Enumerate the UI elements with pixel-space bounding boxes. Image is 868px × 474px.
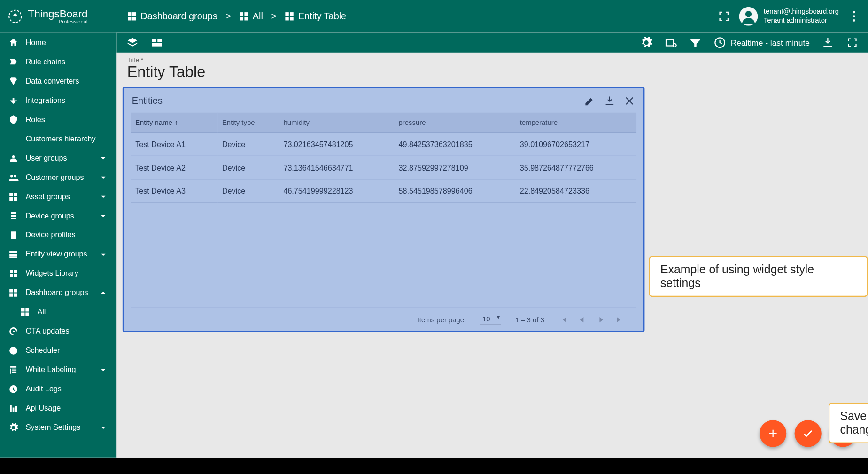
more-icon[interactable] [847,9,861,23]
title-label: Title * [127,56,858,63]
table-row[interactable]: Test Device A1Device73.0216345748120549.… [131,133,636,156]
column-header[interactable]: Entity name↑ [131,113,217,133]
sidebar-item-rule-chains[interactable]: Rule chains [0,52,116,71]
sidebar-item-customer-groups[interactable]: Customer groups [0,167,116,186]
breadcrumb-separator: > [225,11,231,22]
svg-point-10 [673,44,676,47]
sidebar-item-all[interactable]: All [0,302,116,321]
svg-rect-9 [666,39,674,46]
app-header: ThingsBoard Professional Dashboard group… [0,0,868,33]
user-menu[interactable]: tenant@thingsboard.org Tenant administra… [739,7,839,26]
chevron-down-icon [98,365,108,375]
column-header[interactable]: humidity [279,113,394,133]
cell-pressure: 49.842537363201835 [394,133,515,156]
svg-point-4 [853,15,855,17]
chevron-down-icon [98,191,108,202]
download-icon[interactable] [604,95,615,107]
breadcrumb-current[interactable]: Entity Table [285,11,346,22]
sidebar-item-white-labeling[interactable]: White Labeling [0,360,116,379]
cell-type: Device [217,133,279,156]
sidebar-item-dashboard-groups[interactable]: Dashboard groups [0,283,116,302]
nav-icon [20,307,30,317]
title-area: Title * [116,53,868,87]
column-header[interactable]: Entity type [217,113,279,133]
entities-widget[interactable]: Entities Entity name↑Entity typehumidity… [123,87,645,332]
sidebar-item-customers-hierarchy[interactable]: Customers hierarchy [0,129,116,148]
cell-name: Test Device A1 [131,133,217,156]
nav-icon [8,422,18,433]
filter-icon[interactable] [689,36,701,49]
add-widget-button[interactable] [760,420,786,447]
last-page-icon[interactable] [614,314,625,325]
nav-icon [8,326,18,336]
table-row[interactable]: Test Device A2Device73.1364154663477132.… [131,156,636,179]
sidebar-item-system-settings[interactable]: System Settings [0,418,116,437]
breadcrumb-root[interactable]: Dashboard groups [127,11,217,22]
nav-label: Roles [26,115,45,124]
breadcrumb-group[interactable]: All [239,11,263,22]
column-header[interactable]: pressure [394,113,515,133]
nav-label: Api Usage [26,404,61,412]
settings-icon[interactable] [640,36,652,49]
export-icon[interactable] [822,36,834,49]
sidebar-item-device-profiles[interactable]: Device profiles [0,225,116,244]
sidebar: HomeRule chainsData convertersIntegratio… [0,33,116,458]
nav-label: Device groups [26,211,74,220]
title-input[interactable] [127,63,317,81]
sidebar-item-audit-logs[interactable]: Audit Logs [0,379,116,398]
nav-label: Integrations [26,96,65,105]
edit-icon[interactable] [584,95,596,107]
sidebar-item-home[interactable]: Home [0,33,116,52]
chevron-up-icon [98,288,108,298]
sidebar-item-user-groups[interactable]: User groups [0,148,116,167]
close-icon[interactable] [624,95,636,107]
sidebar-item-entity-view-groups[interactable]: Entity view groups [0,244,116,264]
fullscreen-icon[interactable] [846,36,859,49]
chevron-down-icon [98,153,108,163]
sort-arrow-icon: ↑ [175,118,178,126]
sidebar-item-integrations[interactable]: Integrations [0,91,116,110]
sidebar-item-data-converters[interactable]: Data converters [0,71,116,91]
cell-humidity: 73.02163457481205 [279,133,394,156]
save-button[interactable] [795,420,822,447]
nav-icon [8,249,18,259]
page-size-select[interactable]: 10 [480,314,501,325]
next-page-icon[interactable] [596,314,606,325]
fullscreen-icon[interactable] [717,9,731,23]
prev-page-icon[interactable] [577,314,587,325]
pager-range: 1 – 3 of 3 [515,315,544,323]
brand-logo[interactable]: ThingsBoard Professional [7,8,116,24]
nav-icon [8,403,18,413]
sidebar-item-device-groups[interactable]: Device groups [0,206,116,225]
chevron-down-icon [98,249,108,259]
clock-icon [713,36,726,49]
user-email: tenant@thingsboard.org [764,7,839,16]
nav-label: Entity view groups [26,250,87,259]
first-page-icon[interactable] [558,314,569,325]
layout-icon[interactable] [150,36,163,49]
nav-icon [8,384,18,394]
layers-icon[interactable] [126,36,139,49]
nav-icon [8,288,18,298]
nav-icon [8,76,18,86]
nav-label: Customer groups [26,173,84,182]
table-row[interactable]: Test Device A3Device46.7541999922812358.… [131,179,636,203]
sidebar-item-scheduler[interactable]: Scheduler [0,341,116,360]
sidebar-item-asset-groups[interactable]: Asset groups [0,186,116,206]
nav-icon [8,37,18,47]
pager-label: Items per page: [418,315,466,323]
sidebar-item-ota-updates[interactable]: OTA updates [0,321,116,341]
sidebar-item-widgets-library[interactable]: Widgets Library [0,264,116,283]
cell-pressure: 58.545198578996406 [394,179,515,203]
svg-rect-7 [157,39,162,42]
nav-icon [8,210,18,221]
entity-alias-icon[interactable] [664,36,677,49]
sidebar-item-api-usage[interactable]: Api Usage [0,398,116,418]
nav-label: Scheduler [26,346,60,355]
column-header[interactable]: temperature [515,113,636,133]
timewindow-button[interactable]: Realtime - last minute [713,36,809,49]
nav-icon [8,268,18,279]
nav-icon [8,365,18,375]
user-role: Tenant administrator [764,16,839,25]
sidebar-item-roles[interactable]: Roles [0,109,116,129]
